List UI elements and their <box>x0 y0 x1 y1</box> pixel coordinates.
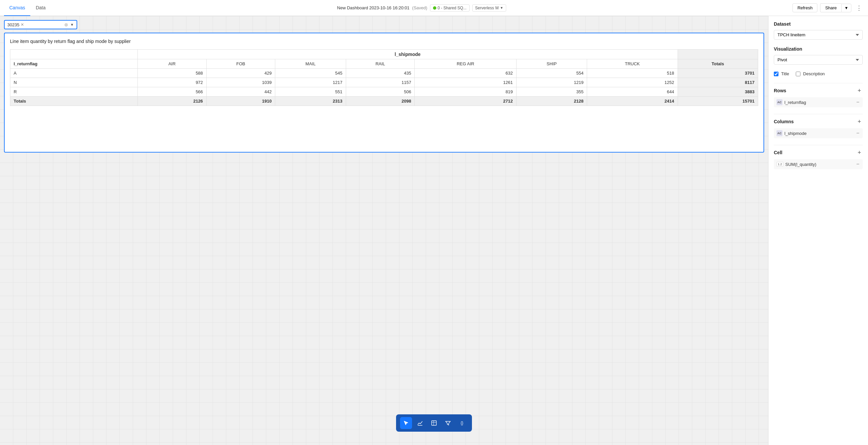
share-arrow-button[interactable]: ▼ <box>841 4 851 12</box>
tab-data[interactable]: Data <box>30 0 51 16</box>
pivot-col-rail: RAIL <box>346 59 415 69</box>
svg-rect-0 <box>432 421 436 425</box>
share-button-group: Share ▼ <box>820 3 851 12</box>
refresh-button[interactable]: Refresh <box>793 3 818 12</box>
cell-r-rail: 506 <box>346 87 415 97</box>
cell-n-regair: 1261 <box>415 78 516 87</box>
dataset-select[interactable]: TPCH lineitem <box>774 30 863 40</box>
totals-row-label: Totals <box>10 97 138 106</box>
status-dot-icon <box>433 6 436 10</box>
canvas-area[interactable]: 30235 ✕ ⊗ ▼ Line item quantity by return… <box>0 16 768 445</box>
rows-label: Rows <box>774 88 786 93</box>
dataset-section: Dataset TPCH lineitem <box>774 21 863 40</box>
cell-a-totals: 3701 <box>678 69 758 78</box>
cell-field-sum-quantity: 1.2 SUM(l_quantity) − <box>774 159 863 169</box>
totals-grand-total: 15701 <box>678 97 758 106</box>
table-row: N 972 1039 1217 1157 1261 1219 1252 8117 <box>10 78 758 87</box>
totals-truck: 2414 <box>587 97 678 106</box>
row-label-n: N <box>10 78 138 87</box>
columns-add-button[interactable]: + <box>856 118 863 125</box>
cell-r-fob: 442 <box>206 87 275 97</box>
chevron-down-icon: ▼ <box>500 6 503 10</box>
cell-n-truck: 1252 <box>587 78 678 87</box>
divider-2 <box>774 114 863 114</box>
cell-label: Cell <box>774 150 782 155</box>
cell-a-truck: 518 <box>587 69 678 78</box>
pivot-col-air: AIR <box>137 59 206 69</box>
cell-section-header: Cell + <box>774 149 863 156</box>
pivot-col-regair: REG AIR <box>415 59 516 69</box>
totals-row: Totals 2126 1910 2313 2098 2712 2128 241… <box>10 97 758 106</box>
cell-n-air: 972 <box>137 78 206 87</box>
display-options-section: Title Description <box>774 71 863 76</box>
right-sidebar: Dataset TPCH lineitem Visualization Pivo… <box>768 16 868 445</box>
toolbar-table-button[interactable] <box>428 417 440 429</box>
divider-1 <box>774 83 863 83</box>
size-label: M <box>495 6 499 10</box>
toolbar-code-button[interactable]: {} <box>456 417 468 429</box>
rows-field-returnflag: AC l_returnflag − <box>774 97 863 107</box>
columns-section: Columns + AC l_shipmode − <box>774 118 863 138</box>
cell-a-fob: 429 <box>206 69 275 78</box>
toolbar-chart-button[interactable] <box>414 417 426 429</box>
cell-r-totals: 3883 <box>678 87 758 97</box>
status-badge[interactable]: 0 - Shared SQ... <box>430 4 470 12</box>
filter-tag-remove[interactable]: ✕ <box>21 22 24 27</box>
pivot-col-totals: Totals <box>678 59 758 69</box>
cell-n-mail: 1217 <box>275 78 346 87</box>
returnflag-field-icon: AC <box>776 99 782 105</box>
toolbar-filter-button[interactable] <box>442 417 454 429</box>
cell-a-mail: 545 <box>275 69 346 78</box>
totals-ship: 2128 <box>516 97 587 106</box>
chart-container: Line item quantity by return flag and sh… <box>4 33 764 153</box>
saved-label: (Saved) <box>412 5 427 10</box>
pivot-totals-header-placeholder <box>678 50 758 59</box>
row-label-a: A <box>10 69 138 78</box>
title-checkbox[interactable] <box>774 71 778 76</box>
shipmode-remove-icon[interactable]: − <box>856 130 860 136</box>
more-options-button[interactable]: ⋮ <box>854 3 864 13</box>
shipmode-field-icon: AC <box>776 130 782 136</box>
rows-add-button[interactable]: + <box>856 87 863 94</box>
totals-mail: 2313 <box>275 97 346 106</box>
filter-bar: 30235 ✕ ⊗ ▼ <box>4 20 764 29</box>
description-label: Description <box>803 71 825 76</box>
cell-r-ship: 355 <box>516 87 587 97</box>
divider-3 <box>774 145 863 145</box>
filter-tag-value: 30235 <box>7 22 19 27</box>
filter-clear-icon[interactable]: ⊗ <box>64 22 68 27</box>
cell-add-button[interactable]: + <box>856 149 863 156</box>
tab-canvas[interactable]: Canvas <box>4 0 30 16</box>
rows-section-header: Rows + <box>774 87 863 94</box>
description-checkbox[interactable] <box>796 71 800 76</box>
visualization-label: Visualization <box>774 46 863 52</box>
share-main-button[interactable]: Share <box>820 3 841 12</box>
row-label-r: R <box>10 87 138 97</box>
returnflag-remove-icon[interactable]: − <box>856 99 860 105</box>
cell-r-air: 566 <box>137 87 206 97</box>
visualization-select[interactable]: Pivot <box>774 55 863 65</box>
totals-fob: 1910 <box>206 97 275 106</box>
title-label: Title <box>781 71 789 76</box>
title-row: Title Description <box>774 71 863 76</box>
cell-a-rail: 435 <box>346 69 415 78</box>
serverless-badge[interactable]: Serverless M ▼ <box>472 4 506 12</box>
cell-r-truck: 644 <box>587 87 678 97</box>
pivot-col-fob: FOB <box>206 59 275 69</box>
toolbar-select-button[interactable] <box>400 417 412 429</box>
dataset-label: Dataset <box>774 21 863 27</box>
pivot-col-truck: TRUCK <box>587 59 678 69</box>
status-label: 0 - Shared SQ... <box>438 6 467 10</box>
filter-chevron-icon[interactable]: ▼ <box>70 23 74 27</box>
totals-air: 2126 <box>137 97 206 106</box>
pivot-col-mail: MAIL <box>275 59 346 69</box>
cell-n-totals: 8117 <box>678 78 758 87</box>
columns-label: Columns <box>774 119 794 124</box>
pivot-col-ship: SHIP <box>516 59 587 69</box>
sum-quantity-remove-icon[interactable]: − <box>856 161 860 167</box>
bottom-toolbar: {} <box>396 414 472 432</box>
filter-tag: 30235 ✕ <box>7 22 24 27</box>
chart-title: Line item quantity by return flag and sh… <box>10 39 758 44</box>
topbar-tabs: Canvas Data <box>4 0 51 16</box>
filter-input[interactable]: 30235 ✕ ⊗ ▼ <box>4 20 77 29</box>
